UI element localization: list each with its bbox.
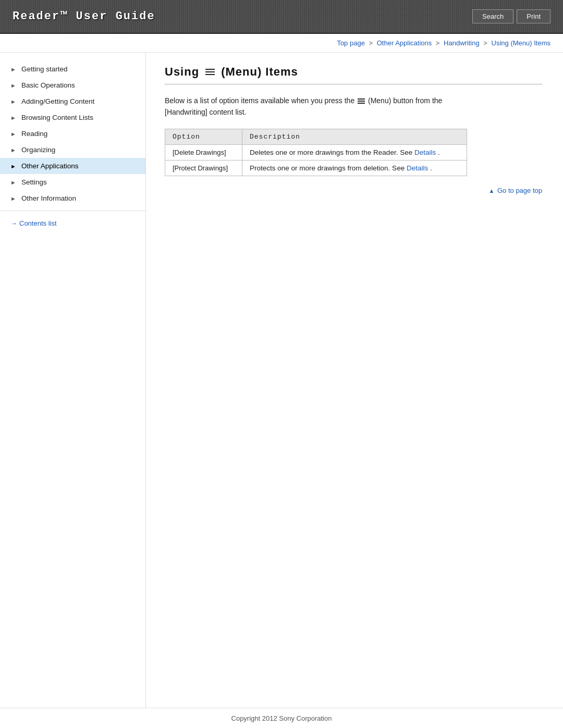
sidebar-item-basic-operations[interactable]: ► Basic Operations bbox=[0, 77, 145, 93]
table-cell-desc-2: Protects one or more drawings from delet… bbox=[242, 160, 467, 176]
breadcrumb-handwriting[interactable]: Handwriting bbox=[444, 39, 480, 47]
sidebar-item-label: Basic Operations bbox=[21, 81, 75, 89]
main-layout: ► Getting started ► Basic Operations ► A… bbox=[0, 53, 563, 708]
breadcrumb: Top page > Other Applications > Handwrit… bbox=[0, 34, 563, 53]
sidebar-item-label: Reading bbox=[21, 130, 47, 138]
contents-link-label: Contents list bbox=[19, 219, 57, 227]
sidebar: ► Getting started ► Basic Operations ► A… bbox=[0, 53, 146, 708]
desc-1-prefix: Deletes one or more drawings from the Re… bbox=[250, 149, 414, 156]
go-to-top-label: Go to page top bbox=[497, 187, 542, 194]
sidebar-item-label: Adding/Getting Content bbox=[21, 97, 94, 105]
arrow-icon: ► bbox=[10, 98, 16, 105]
table-row: [Delete Drawings] Deletes one or more dr… bbox=[165, 144, 467, 160]
desc-2-suffix: . bbox=[430, 164, 432, 172]
sidebar-item-getting-started[interactable]: ► Getting started bbox=[0, 61, 145, 77]
table-row: [Protect Drawings] Protects one or more … bbox=[165, 160, 467, 176]
print-button[interactable]: Print bbox=[517, 9, 550, 23]
sidebar-item-browsing-content-lists[interactable]: ► Browsing Content Lists bbox=[0, 109, 145, 126]
intro-paragraph: Below is a list of option items availabl… bbox=[165, 95, 542, 118]
sidebar-item-label: Getting started bbox=[21, 65, 68, 73]
breadcrumb-sep3: > bbox=[483, 39, 487, 47]
triangle-up-icon: ▲ bbox=[488, 188, 494, 194]
copyright-text: Copyright 2012 Sony Corporation bbox=[231, 714, 332, 722]
heading-suffix: (Menu) Items bbox=[221, 65, 298, 79]
details-link-1[interactable]: Details bbox=[414, 149, 436, 156]
intro-text-middle: (Menu) button from the bbox=[368, 96, 442, 105]
details-link-2[interactable]: Details bbox=[407, 164, 428, 172]
table-col1-header: Option bbox=[165, 129, 242, 144]
arrow-icon: ► bbox=[10, 195, 16, 202]
heading-prefix: Using bbox=[165, 65, 199, 79]
sidebar-item-label: Organizing bbox=[21, 146, 55, 154]
arrow-icon: ► bbox=[10, 131, 16, 137]
table-cell-option-1: [Delete Drawings] bbox=[165, 144, 242, 160]
intro-text-suffix: [Handwriting] content list. bbox=[165, 108, 246, 116]
sidebar-item-reading[interactable]: ► Reading bbox=[0, 126, 145, 142]
sidebar-item-organizing[interactable]: ► Organizing bbox=[0, 142, 145, 158]
options-table: Option Description [Delete Drawings] Del… bbox=[165, 129, 467, 176]
go-to-top: ▲ Go to page top bbox=[165, 187, 542, 194]
header-buttons: Search Print bbox=[472, 9, 550, 23]
sidebar-item-label: Settings bbox=[21, 178, 47, 186]
inline-menu-icon bbox=[358, 98, 365, 104]
arrow-icon: ► bbox=[10, 163, 16, 169]
breadcrumb-top-page[interactable]: Top page bbox=[337, 39, 365, 47]
arrow-icon: ► bbox=[10, 115, 16, 121]
sidebar-item-label: Browsing Content Lists bbox=[21, 114, 93, 121]
sidebar-footer: → Contents list bbox=[0, 211, 145, 231]
sidebar-item-settings[interactable]: ► Settings bbox=[0, 174, 145, 190]
page-heading: Using (Menu) Items bbox=[165, 65, 542, 84]
breadcrumb-sep1: > bbox=[369, 39, 373, 47]
footer: Copyright 2012 Sony Corporation bbox=[0, 708, 563, 728]
desc-1-suffix: . bbox=[438, 149, 440, 156]
sidebar-item-label: Other Applications bbox=[21, 162, 79, 170]
header: Reader™ User Guide Search Print bbox=[0, 0, 563, 34]
arrow-right-icon: → bbox=[10, 219, 17, 227]
table-cell-option-2: [Protect Drawings] bbox=[165, 160, 242, 176]
sidebar-item-label: Other Information bbox=[21, 194, 76, 202]
content-area: Using (Menu) Items Below is a list of op… bbox=[146, 53, 563, 708]
breadcrumb-sep2: > bbox=[436, 39, 440, 47]
search-button[interactable]: Search bbox=[472, 9, 513, 23]
contents-list-link[interactable]: → Contents list bbox=[10, 219, 137, 227]
sidebar-item-adding-getting-content[interactable]: ► Adding/Getting Content bbox=[0, 93, 145, 109]
arrow-icon: ► bbox=[10, 179, 16, 186]
desc-2-prefix: Protects one or more drawings from delet… bbox=[250, 164, 407, 172]
table-col2-header: Description bbox=[242, 129, 467, 144]
table-cell-desc-1: Deletes one or more drawings from the Re… bbox=[242, 144, 467, 160]
breadcrumb-current[interactable]: Using (Menu) Items bbox=[492, 39, 550, 47]
go-to-page-top-link[interactable]: ▲ Go to page top bbox=[488, 187, 542, 194]
arrow-icon: ► bbox=[10, 82, 16, 89]
arrow-icon: ► bbox=[10, 66, 16, 72]
app-title: Reader™ User Guide bbox=[13, 10, 155, 23]
breadcrumb-other-apps[interactable]: Other Applications bbox=[377, 39, 432, 47]
intro-text-prefix: Below is a list of option items availabl… bbox=[165, 96, 354, 105]
menu-lines-icon bbox=[205, 69, 215, 75]
sidebar-item-other-information[interactable]: ► Other Information bbox=[0, 190, 145, 206]
sidebar-item-other-applications[interactable]: ► Other Applications bbox=[0, 158, 145, 174]
arrow-icon: ► bbox=[10, 147, 16, 153]
